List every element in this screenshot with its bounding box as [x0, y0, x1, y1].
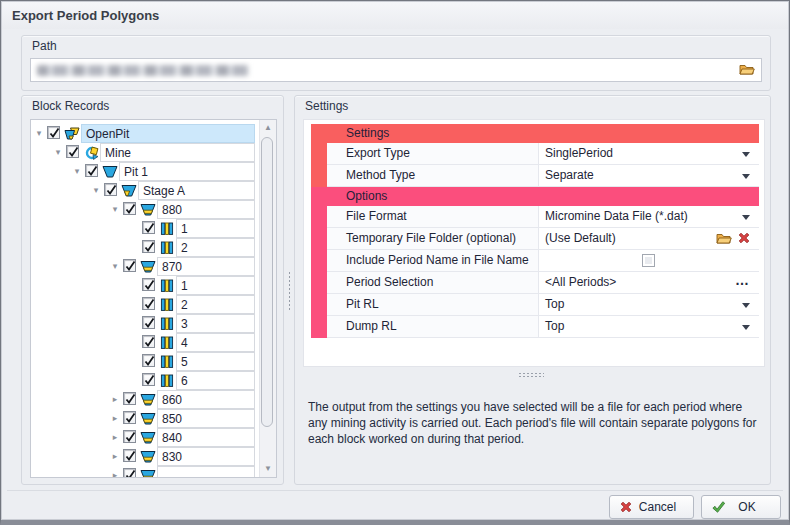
clear-x-icon[interactable] [737, 231, 753, 246]
tree-checkbox[interactable] [142, 221, 155, 234]
expand-arrow-icon[interactable]: ▸ [109, 390, 121, 409]
block-icon [159, 222, 175, 236]
tree-checkbox[interactable] [142, 335, 155, 348]
scrollbar-thumb[interactable] [261, 137, 273, 427]
expand-arrow-icon[interactable]: ▸ [109, 409, 121, 428]
collapse-arrow-icon[interactable]: ▾ [71, 162, 83, 181]
tree-checkbox[interactable] [142, 373, 155, 386]
dropdown-arrow-icon[interactable] [742, 325, 750, 330]
tree-item-label[interactable]: 2 [176, 295, 255, 314]
tree-checkbox[interactable] [123, 392, 136, 405]
tree-item-OpenPit[interactable]: ▾OpenPit [31, 124, 259, 143]
tree-checkbox[interactable] [142, 240, 155, 253]
tree-item-Stage A[interactable]: ▾Stage A [31, 181, 259, 200]
setting-value-export-type[interactable]: SinglePeriod [538, 143, 759, 165]
tree-item-5[interactable]: 5 [31, 352, 259, 371]
expand-arrow-icon[interactable]: ▸ [109, 428, 121, 447]
tree-checkbox[interactable] [142, 297, 155, 310]
tree-item-2[interactable]: 2 [31, 295, 259, 314]
tree-item-label[interactable]: 2 [176, 238, 255, 257]
browse-folder-icon[interactable] [739, 62, 756, 77]
tree-item-label[interactable]: 5 [176, 352, 255, 371]
tree-item-3[interactable]: 3 [31, 314, 259, 333]
tree-item-clipped[interactable]: ▸ [31, 466, 259, 478]
tree-item-Pit 1[interactable]: ▾Pit 1 [31, 162, 259, 181]
tree-checkbox[interactable] [142, 316, 155, 329]
tree-item-840[interactable]: ▸840 [31, 428, 259, 447]
setting-value-pit-rl[interactable]: Top [538, 294, 759, 316]
collapse-arrow-icon[interactable]: ▾ [109, 257, 121, 276]
panel-splitter[interactable] [285, 95, 294, 485]
tree-item-label[interactable]: 840 [157, 428, 255, 447]
tree-item-830[interactable]: ▸830 [31, 447, 259, 466]
tree-checkbox[interactable] [142, 278, 155, 291]
tree-item-label[interactable]: Mine [100, 143, 255, 162]
collapse-arrow-icon[interactable]: ▾ [109, 200, 121, 219]
tree-item-6[interactable]: 6 [31, 371, 259, 390]
ok-button[interactable]: OK [701, 495, 781, 519]
tree-checkbox[interactable] [123, 449, 136, 462]
tree-checkbox[interactable] [142, 354, 155, 367]
tree-item-label[interactable]: 880 [157, 200, 255, 219]
tree-checkbox[interactable] [123, 259, 136, 272]
tree-checkbox[interactable] [123, 430, 136, 443]
browse-folder-icon[interactable] [716, 231, 732, 246]
grid-resize-grip[interactable] [518, 372, 544, 377]
tree-checkbox[interactable] [123, 411, 136, 424]
dropdown-arrow-icon[interactable] [742, 152, 750, 157]
collapse-arrow-icon[interactable]: ▾ [90, 181, 102, 200]
tree-item-label[interactable]: 850 [157, 409, 255, 428]
value-checkbox[interactable] [642, 254, 655, 267]
tree-item-1[interactable]: 1 [31, 276, 259, 295]
tree-item-label[interactable]: Stage A [138, 181, 255, 200]
tree-item-4[interactable]: 4 [31, 333, 259, 352]
ellipsis-button[interactable]: … [735, 269, 750, 291]
tree-checkbox[interactable] [85, 164, 98, 177]
category-row-options[interactable]: Options [311, 187, 759, 206]
setting-value-temporary-file-folder-optional[interactable]: (Use Default) [538, 228, 759, 250]
setting-value-file-format[interactable]: Micromine Data File (*.dat) [538, 206, 759, 228]
dropdown-arrow-icon[interactable] [742, 303, 750, 308]
tree-item-880[interactable]: ▾880 [31, 200, 259, 219]
expand-arrow-icon[interactable]: ▸ [109, 466, 121, 478]
tree-item-label[interactable]: 1 [176, 276, 255, 295]
tree-item-label[interactable]: Pit 1 [119, 162, 255, 181]
tree-scrollbar[interactable]: ▲ ▼ [259, 120, 276, 477]
tree-item-label[interactable]: 870 [157, 257, 255, 276]
tree-item-860[interactable]: ▸860 [31, 390, 259, 409]
setting-value-include-period-name-in-file-name[interactable] [538, 250, 759, 272]
tree-item-label[interactable]: 860 [157, 390, 255, 409]
tree-item-label[interactable]: 830 [157, 447, 255, 466]
tree-item-label[interactable]: OpenPit [81, 124, 255, 143]
category-row-settings[interactable]: Settings [311, 124, 759, 143]
tree-item-label[interactable]: 1 [176, 219, 255, 238]
tree-checkbox[interactable] [66, 145, 79, 158]
tree-item-1[interactable]: 1 [31, 219, 259, 238]
tree-item-label[interactable]: 6 [176, 371, 255, 390]
scroll-down-icon[interactable]: ▼ [260, 461, 276, 477]
dropdown-arrow-icon[interactable] [742, 215, 750, 220]
expand-arrow-icon[interactable]: ▸ [109, 447, 121, 466]
collapse-arrow-icon[interactable]: ▾ [33, 124, 45, 143]
tree-checkbox[interactable] [47, 126, 60, 139]
tree-item-870[interactable]: ▾870 [31, 257, 259, 276]
tree-item-label[interactable]: 3 [176, 314, 255, 333]
tree-item-2[interactable]: 2 [31, 238, 259, 257]
tree-checkbox[interactable] [104, 183, 117, 196]
setting-value-dump-rl[interactable]: Top [538, 316, 759, 338]
dialog-titlebar[interactable]: Export Period Polygons [2, 2, 788, 29]
setting-value-period-selection[interactable]: <All Periods>… [538, 272, 759, 294]
collapse-arrow-icon[interactable]: ▾ [52, 143, 64, 162]
tree-item-label[interactable]: 4 [176, 333, 255, 352]
scroll-up-icon[interactable]: ▲ [260, 120, 276, 136]
tree-item-850[interactable]: ▸850 [31, 409, 259, 428]
setting-value-method-type[interactable]: Separate [538, 165, 759, 187]
tree-checkbox[interactable] [123, 202, 136, 215]
cancel-button[interactable]: Cancel [609, 495, 694, 519]
block-records-tree[interactable]: ▾OpenPit▾Mine▾Pit 1▾Stage A▾88012▾870123… [30, 119, 277, 478]
tree-item-label[interactable] [157, 466, 255, 478]
tree-checkbox[interactable] [123, 468, 136, 478]
dropdown-arrow-icon[interactable] [742, 174, 750, 179]
path-input[interactable] [30, 58, 762, 82]
tree-item-Mine[interactable]: ▾Mine [31, 143, 259, 162]
